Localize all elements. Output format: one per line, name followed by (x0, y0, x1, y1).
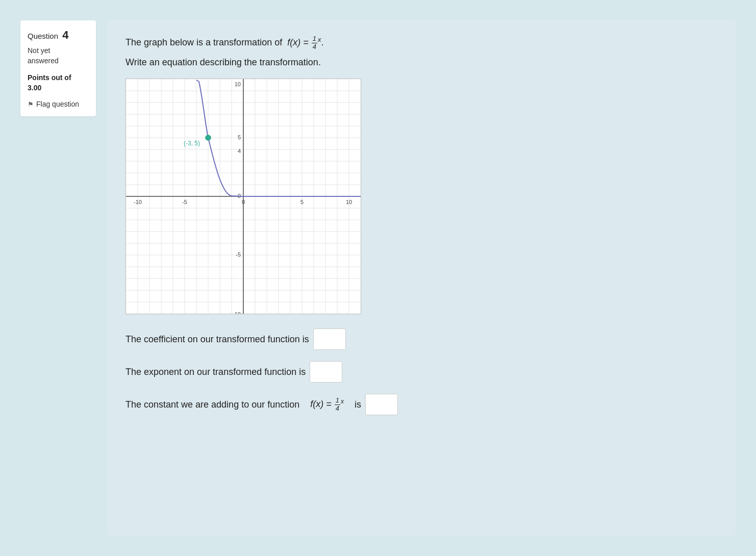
svg-text:-5: -5 (236, 251, 241, 258)
exponent-label: The exponent on our transformed function… (125, 367, 306, 377)
graph-container: -5 0 5 10 -10 5 4 0 -5 -10 10 (125, 79, 361, 314)
question-label: Question 4 (28, 29, 89, 42)
point-label: (-3, 5) (184, 140, 200, 147)
flag-icon: ⚑ (28, 100, 34, 108)
question-number: 4 (62, 29, 68, 41)
question-line1-text: The graph below is a transformation of (125, 37, 282, 47)
svg-text:-5: -5 (182, 199, 187, 205)
exponent-row: The exponent on our transformed function… (125, 361, 717, 383)
constant-suffix: is (355, 399, 361, 410)
status-line2: answered (28, 57, 59, 65)
constant-input[interactable] (365, 394, 398, 415)
coefficient-label: The coefficient on our transformed funct… (125, 334, 309, 345)
points-label: Points out of 3.00 (28, 73, 89, 93)
svg-text:4: 4 (238, 148, 241, 154)
fraction-display: 14 (312, 35, 317, 50)
status-line1: Not yet (28, 46, 50, 55)
question-line2-text: Write an equation describing the transfo… (125, 57, 321, 67)
svg-text:-10: -10 (233, 311, 241, 314)
coefficient-input[interactable] (313, 328, 346, 350)
svg-text:5: 5 (238, 134, 241, 140)
question-status: Not yet answered (28, 46, 89, 66)
constant-row: The constant we are adding to our functi… (125, 394, 717, 415)
points-label-text: Points out of (28, 73, 71, 82)
svg-text:10: 10 (346, 199, 352, 205)
function-notation: f(x) = 14x (287, 37, 321, 47)
question-line2: Write an equation describing the transfo… (125, 56, 717, 69)
graph-svg: -5 0 5 10 -10 5 4 0 -5 -10 10 (126, 79, 361, 314)
main-content: The graph below is a transformation of f… (107, 20, 736, 536)
points-value: 3.00 (28, 84, 41, 92)
graph-point (206, 135, 211, 140)
svg-text:10: 10 (235, 81, 241, 87)
svg-text:-10: -10 (134, 199, 142, 205)
question-label-text: Question (28, 32, 58, 40)
sidebar: Question 4 Not yet answered Points out o… (20, 20, 96, 116)
constant-func-notation: f(x) = 14x (310, 397, 344, 412)
svg-text:5: 5 (300, 199, 304, 205)
constant-label: The constant we are adding to our functi… (125, 399, 299, 410)
page-container: Question 4 Not yet answered Points out o… (10, 10, 746, 546)
flag-label: Flag question (36, 100, 79, 108)
flag-question-button[interactable]: ⚑ Flag question (28, 100, 79, 108)
question-line1: The graph below is a transformation of f… (125, 35, 717, 50)
exponent-input[interactable] (310, 361, 342, 383)
svg-text:0: 0 (242, 199, 245, 205)
coefficient-row: The coefficient on our transformed funct… (125, 328, 717, 350)
constant-fraction: 14 (335, 397, 340, 412)
